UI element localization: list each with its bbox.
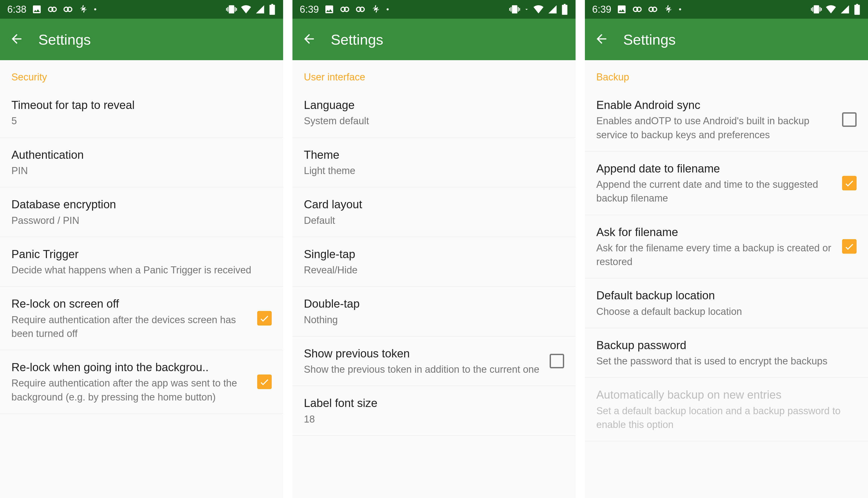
pref-panic-trigger[interactable]: Panic Trigger Decide what happens when a… <box>0 237 283 287</box>
pref-summary: System default <box>304 114 564 128</box>
status-bar: 6:38 • <box>0 0 283 19</box>
pref-summary: 18 <box>304 412 564 426</box>
pref-summary: Ask for the filename every time a backup… <box>596 241 834 269</box>
checkbox-checked-icon[interactable] <box>842 239 857 254</box>
pinwheel-icon <box>78 4 89 14</box>
back-button[interactable] <box>594 32 609 47</box>
pref-title: Backup password <box>596 338 857 353</box>
pref-summary: Enables andOTP to use Android's built in… <box>596 114 834 142</box>
pref-title: Theme <box>304 147 564 162</box>
battery-icon <box>269 4 276 15</box>
vibrate-icon <box>226 4 237 15</box>
pref-title: Database encryption <box>11 197 272 212</box>
pref-language[interactable]: Language System default <box>292 88 576 138</box>
pref-title: Append date to filename <box>596 161 834 176</box>
signal-icon <box>840 4 850 14</box>
app-bar-title: Settings <box>623 31 676 48</box>
vibrate-icon <box>509 4 520 15</box>
app-bar-title: Settings <box>331 31 383 48</box>
back-button[interactable] <box>302 32 316 47</box>
pref-title: Ask for filename <box>596 224 834 240</box>
pref-title: Panic Trigger <box>11 246 272 262</box>
pref-title: Re-lock when going into the backgrou.. <box>11 359 249 375</box>
image-icon <box>616 4 627 14</box>
pref-summary: Nothing <box>304 313 564 327</box>
pref-summary: Set the password that is used to encrypt… <box>596 354 857 368</box>
pref-double-tap[interactable]: Double-tap Nothing <box>292 287 576 337</box>
status-time: 6:39 <box>300 4 319 15</box>
pref-title: Card layout <box>304 197 564 212</box>
pref-append-date-filename[interactable]: Append date to filename Append the curre… <box>585 152 868 215</box>
pref-summary: Choose a default backup location <box>596 305 857 318</box>
settings-list: User interface Language System default T… <box>292 60 576 498</box>
app-bar-title: Settings <box>38 31 91 48</box>
checkbox-unchecked-icon[interactable] <box>842 112 857 127</box>
back-button[interactable] <box>9 32 24 47</box>
pref-summary: Require authentication after the app was… <box>11 376 249 404</box>
pref-summary: Password / PIN <box>11 214 272 227</box>
pref-theme[interactable]: Theme Light theme <box>292 138 576 187</box>
status-more-icon: • <box>679 5 682 14</box>
phone-screen-2: 6:39 • Settings User interface Language … <box>292 0 576 498</box>
pref-summary: Show the previous token in addition to t… <box>304 363 541 376</box>
pref-ask-for-filename[interactable]: Ask for filename Ask for the filename ev… <box>585 215 868 278</box>
pref-title: Default backup location <box>596 288 857 303</box>
checkbox-unchecked-icon[interactable] <box>550 354 564 368</box>
battery-icon <box>854 4 861 15</box>
pref-title: Show previous token <box>304 346 541 361</box>
status-bar: 6:39 • <box>585 0 868 19</box>
pref-summary: Decide what happens when a Panic Trigger… <box>11 263 272 277</box>
phone-screen-3: 6:39 • Settings Backup Enable Android sy… <box>585 0 868 498</box>
pref-summary: Default <box>304 214 564 227</box>
authenticator-icon <box>632 4 642 14</box>
app-bar: Settings <box>585 19 868 60</box>
pref-summary: Light theme <box>304 164 564 178</box>
pref-title: Double-tap <box>304 296 564 311</box>
pref-show-previous-token[interactable]: Show previous token Show the previous to… <box>292 337 576 386</box>
checkbox-checked-icon[interactable] <box>842 176 857 191</box>
image-icon <box>32 4 42 14</box>
section-header-backup: Backup <box>585 60 868 88</box>
pref-label-font-size[interactable]: Label font size 18 <box>292 386 576 436</box>
pref-auto-backup-new-entries: Automatically backup on new entries Set … <box>585 378 868 441</box>
pref-card-layout[interactable]: Card layout Default <box>292 187 576 237</box>
pref-title: Enable Android sync <box>596 97 834 113</box>
image-icon <box>324 4 334 14</box>
checkbox-checked-icon[interactable] <box>257 311 272 326</box>
battery-icon <box>561 4 568 15</box>
settings-list: Backup Enable Android sync Enables andOT… <box>585 60 868 498</box>
pref-relock-background[interactable]: Re-lock when going into the backgrou.. R… <box>0 350 283 414</box>
status-more-icon: • <box>94 5 97 14</box>
authenticator-icon <box>355 4 365 14</box>
pref-title: Timeout for tap to reveal <box>11 97 272 113</box>
section-header-security: Security <box>0 60 283 88</box>
vibrate-icon <box>811 4 822 15</box>
pref-backup-password[interactable]: Backup password Set the password that is… <box>585 328 868 378</box>
wifi-icon <box>826 4 836 15</box>
status-bar: 6:39 • <box>292 0 576 19</box>
pref-title: Re-lock on screen off <box>11 296 249 311</box>
pref-relock-screen-off[interactable]: Re-lock on screen off Require authentica… <box>0 287 283 350</box>
pref-title: Single-tap <box>304 246 564 262</box>
pref-timeout-tap-to-reveal[interactable]: Timeout for tap to reveal 5 <box>0 88 283 138</box>
pref-enable-android-sync[interactable]: Enable Android sync Enables andOTP to us… <box>585 88 868 152</box>
pref-summary: Set a default backup location and a back… <box>596 404 857 432</box>
pref-single-tap[interactable]: Single-tap Reveal/Hide <box>292 237 576 287</box>
pref-summary: PIN <box>11 164 272 178</box>
pref-database-encryption[interactable]: Database encryption Password / PIN <box>0 187 283 237</box>
pref-authentication[interactable]: Authentication PIN <box>0 138 283 187</box>
wifi-icon <box>533 4 544 15</box>
section-header-user-interface: User interface <box>292 60 576 88</box>
pref-title: Authentication <box>11 147 272 162</box>
status-time: 6:38 <box>7 4 26 15</box>
settings-list: Security Timeout for tap to reveal 5 Aut… <box>0 60 283 498</box>
caret-down-icon <box>524 6 530 12</box>
wifi-icon <box>241 4 252 15</box>
authenticator-icon <box>63 4 73 14</box>
pref-summary: 5 <box>11 114 272 128</box>
pref-default-backup-location[interactable]: Default backup location Choose a default… <box>585 278 868 328</box>
authenticator-icon <box>339 4 350 14</box>
status-time: 6:39 <box>592 4 611 15</box>
signal-icon <box>548 4 557 14</box>
checkbox-checked-icon[interactable] <box>257 375 272 389</box>
